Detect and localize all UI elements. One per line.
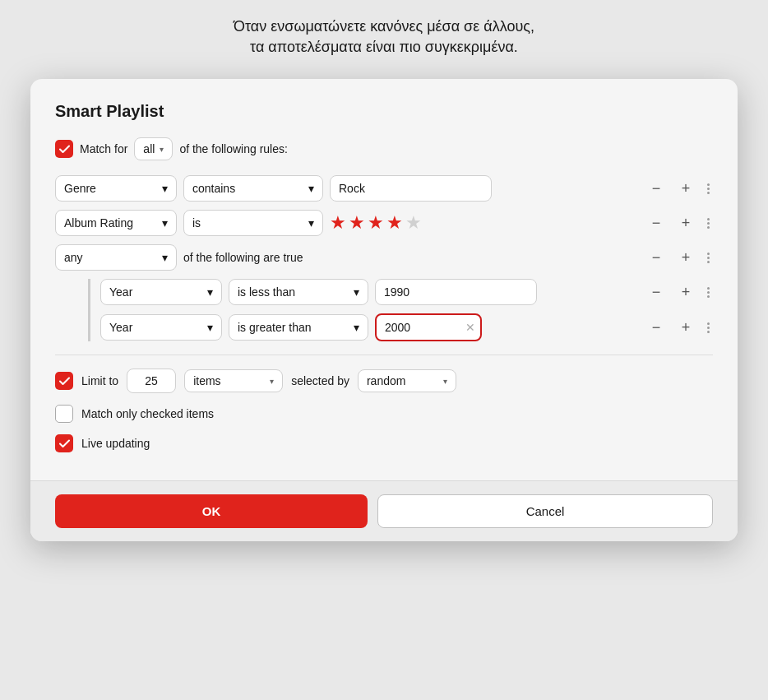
tooltip-line2: τα αποτελέσματα είναι πιο συγκεκριμένα. — [234, 37, 534, 58]
star-3[interactable]: ★ — [368, 212, 384, 234]
selected-by-select[interactable]: random ▾ — [358, 369, 456, 392]
album-rating-field-select[interactable]: Album Rating ▾ — [55, 210, 177, 236]
any-row: any ▾ of the following are true − + — [55, 244, 713, 271]
match-checked-row: Match only checked items — [55, 405, 713, 423]
match-all-select[interactable]: all ▾ — [134, 137, 173, 160]
dialog-title: Smart Playlist — [55, 102, 713, 121]
limit-unit-value: items — [193, 374, 220, 387]
any-condition-label: of the following are true — [183, 251, 303, 264]
genre-condition-value: contains — [192, 182, 235, 195]
any-rule-actions: − + — [645, 246, 713, 269]
nested-rule-year-less: Year ▾ is less than ▾ − + — [100, 279, 713, 305]
rule-row-genre: Genre ▾ contains ▾ − + — [55, 175, 713, 202]
genre-add-button[interactable]: + — [674, 177, 697, 200]
match-checked-label: Match only checked items — [81, 407, 214, 420]
star-2[interactable]: ★ — [349, 212, 365, 234]
any-field-select[interactable]: any ▾ — [55, 244, 177, 271]
smart-playlist-dialog: Smart Playlist Match for all ▾ of the fo… — [30, 79, 738, 541]
year1-rule-actions: − + — [645, 280, 713, 304]
year1-value-input[interactable] — [375, 279, 537, 305]
year2-remove-button[interactable]: − — [645, 316, 668, 339]
genre-condition-select[interactable]: contains ▾ — [183, 175, 323, 202]
match-label-pre: Match for — [80, 142, 127, 155]
live-updating-checkbox[interactable] — [55, 434, 73, 452]
album-rating-stars[interactable]: ★ ★ ★ ★ ★ — [330, 212, 428, 234]
star-5[interactable]: ★ — [405, 212, 422, 234]
star-4[interactable]: ★ — [386, 212, 403, 234]
live-updating-label: Live updating — [81, 437, 150, 450]
album-rating-more-button[interactable] — [704, 215, 713, 232]
nested-rules: Year ▾ is less than ▾ − + — [88, 279, 713, 341]
genre-remove-button[interactable]: − — [645, 177, 668, 200]
live-updating-row: Live updating — [55, 434, 713, 452]
year1-more-button[interactable] — [704, 284, 713, 301]
star-1[interactable]: ★ — [330, 212, 346, 234]
genre-field-value: Genre — [64, 182, 96, 195]
year2-more-button[interactable] — [704, 319, 713, 336]
selected-by-chevron-icon: ▾ — [443, 377, 447, 386]
year2-condition-select[interactable]: is greater than ▾ — [229, 314, 368, 341]
tooltip-line1: Όταν ενσωματώνετε κανόνες μέσα σε άλλους… — [234, 16, 534, 37]
limit-checkbox[interactable] — [55, 372, 73, 390]
year2-rule-actions: − + — [645, 316, 713, 339]
year1-condition-select[interactable]: is less than ▾ — [229, 279, 368, 305]
limit-label: Limit to — [81, 374, 118, 387]
album-rating-condition-chevron-icon: ▾ — [308, 216, 314, 229]
year2-field-value: Year — [109, 321, 132, 334]
genre-value-input[interactable] — [330, 175, 492, 202]
match-all-chevron-icon: ▾ — [160, 145, 164, 154]
rule-row-any: any ▾ of the following are true − + — [55, 244, 713, 341]
any-field-chevron-icon: ▾ — [162, 251, 168, 264]
album-rating-rule-actions: − + — [645, 211, 713, 234]
album-rating-add-button[interactable]: + — [674, 211, 697, 234]
year1-condition-value: is less than — [238, 285, 295, 299]
year1-field-value: Year — [109, 285, 132, 299]
tooltip: Όταν ενσωματώνετε κανόνες μέσα σε άλλους… — [217, 8, 551, 66]
genre-field-select[interactable]: Genre ▾ — [55, 175, 177, 202]
album-rating-remove-button[interactable]: − — [645, 211, 668, 234]
match-checkbox[interactable] — [55, 140, 73, 158]
limit-unit-select[interactable]: items ▾ — [184, 369, 283, 392]
limit-row: Limit to items ▾ selected by random ▾ — [55, 369, 713, 393]
any-add-button[interactable]: + — [674, 246, 697, 269]
album-rating-field-value: Album Rating — [64, 216, 133, 229]
year2-condition-value: is greater than — [238, 321, 312, 334]
dialog-footer: OK Cancel — [30, 480, 738, 541]
limit-value-input[interactable] — [127, 369, 176, 393]
album-rating-field-chevron-icon: ▾ — [162, 216, 168, 229]
cancel-button[interactable]: Cancel — [377, 494, 713, 528]
rule-row-album-rating: Album Rating ▾ is ▾ ★ ★ ★ ★ ★ − + — [55, 210, 713, 236]
any-field-value: any — [64, 251, 83, 264]
any-remove-button[interactable]: − — [645, 246, 668, 269]
year1-remove-button[interactable]: − — [645, 280, 668, 304]
year2-field-chevron-icon: ▾ — [207, 321, 213, 334]
year2-field-select[interactable]: Year ▾ — [100, 314, 222, 341]
match-all-value: all — [143, 142, 155, 155]
year2-condition-chevron-icon: ▾ — [354, 321, 359, 334]
year1-field-select[interactable]: Year ▾ — [100, 279, 222, 305]
year1-add-button[interactable]: + — [674, 280, 697, 304]
match-row: Match for all ▾ of the following rules: — [55, 137, 713, 160]
selected-by-label: selected by — [291, 374, 349, 387]
genre-more-button[interactable] — [704, 180, 713, 197]
match-label-post: of the following rules: — [179, 142, 288, 155]
rules-area: Genre ▾ contains ▾ − + — [55, 175, 713, 341]
selected-by-value: random — [367, 374, 405, 387]
genre-field-chevron-icon: ▾ — [162, 182, 168, 195]
ok-button[interactable]: OK — [55, 494, 368, 528]
year2-add-button[interactable]: + — [674, 316, 697, 339]
album-rating-condition-value: is — [192, 216, 201, 229]
genre-rule-actions: − + — [645, 177, 713, 200]
genre-condition-chevron-icon: ▾ — [308, 182, 314, 195]
divider — [55, 355, 713, 355]
album-rating-condition-select[interactable]: is ▾ — [183, 210, 323, 236]
year2-clear-button[interactable]: ✕ — [465, 322, 475, 333]
match-checked-checkbox[interactable] — [55, 405, 73, 423]
year1-field-chevron-icon: ▾ — [207, 285, 213, 299]
limit-unit-chevron-icon: ▾ — [270, 377, 274, 386]
any-more-button[interactable] — [704, 249, 713, 267]
year2-value-wrapper: ✕ — [375, 313, 482, 341]
nested-rule-year-greater: Year ▾ is greater than ▾ ✕ − — [100, 313, 713, 341]
year1-condition-chevron-icon: ▾ — [354, 285, 359, 299]
dialog-content: Smart Playlist Match for all ▾ of the fo… — [30, 79, 738, 480]
